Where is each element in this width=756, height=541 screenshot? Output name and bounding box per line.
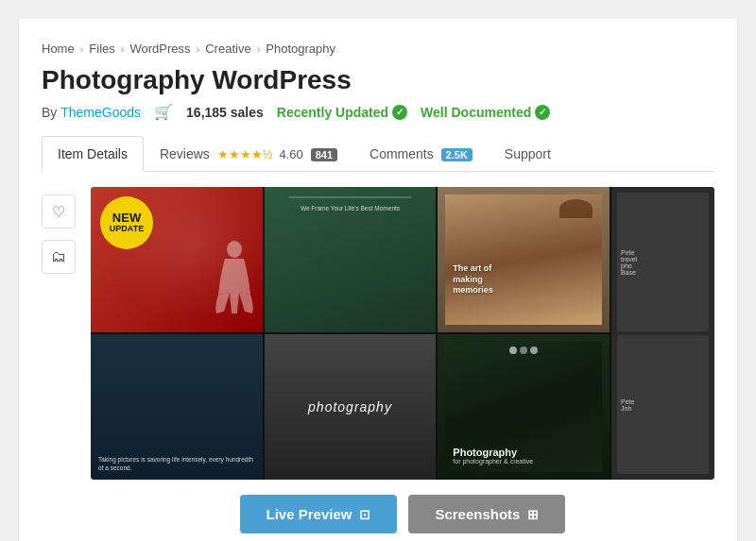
preview-image: NEW UPDATE bbox=[91, 187, 714, 480]
tab-reviews[interactable]: Reviews ★★★★½ 4.60 841 bbox=[144, 136, 353, 172]
breadcrumb-sep-1: › bbox=[80, 43, 84, 55]
documented-check-icon: ✓ bbox=[535, 105, 550, 120]
breadcrumb-sep-3: › bbox=[197, 43, 200, 55]
breadcrumb-sep-2: › bbox=[121, 43, 125, 55]
folder-icon: 🗂 bbox=[51, 248, 66, 265]
preview-container: NEW UPDATE bbox=[91, 187, 714, 533]
side-item-2: Pete Joh bbox=[617, 335, 709, 474]
breadcrumb: Home › Files › WordPress › Creative › Ph… bbox=[42, 42, 714, 56]
meta-row: By ThemeGoods 🛒 16,185 sales Recently Up… bbox=[42, 103, 714, 121]
photography-text: photography bbox=[308, 399, 392, 414]
collage-cell-2: We Frame Your Life's Best Moments bbox=[265, 187, 437, 332]
content-area: ♡ 🗂 NEW UPDATE bbox=[42, 187, 714, 533]
page-wrapper: Home › Files › WordPress › Creative › Ph… bbox=[19, 19, 737, 541]
side-item-1: Pete travel pho Base bbox=[617, 193, 709, 331]
collage: NEW UPDATE bbox=[91, 187, 714, 480]
cell2-text: We Frame Your Life's Best Moments bbox=[301, 204, 400, 212]
breadcrumb-wordpress[interactable]: WordPress bbox=[129, 42, 190, 56]
stars-icon: ★★★★½ bbox=[217, 147, 273, 161]
tab-comments[interactable]: Comments 2.5K bbox=[353, 136, 489, 172]
main-card: Home › Files › WordPress › Creative › Ph… bbox=[19, 19, 737, 541]
recently-check-icon: ✓ bbox=[392, 105, 407, 120]
bottom-sub-text: for photographer & creative bbox=[453, 458, 594, 465]
review-count-badge: 841 bbox=[311, 148, 337, 161]
badge-recently-updated: Recently Updated ✓ bbox=[277, 105, 407, 120]
cart-icon: 🛒 bbox=[154, 103, 173, 121]
tab-item-details[interactable]: Item Details bbox=[42, 136, 144, 172]
art-text: The art of making memories bbox=[453, 263, 493, 296]
breadcrumb-creative[interactable]: Creative bbox=[205, 42, 250, 56]
tabs-row: Item Details Reviews ★★★★½ 4.60 841 Comm… bbox=[42, 136, 714, 172]
bottom-text: Photography bbox=[453, 447, 594, 458]
silhouette-icon bbox=[211, 238, 258, 332]
breadcrumb-home[interactable]: Home bbox=[42, 42, 75, 56]
heart-icon: ♡ bbox=[52, 203, 65, 221]
page-title: Photography WordPress bbox=[42, 65, 714, 95]
breadcrumb-sep-4: › bbox=[257, 43, 261, 55]
action-buttons: Live Preview ⊡ Screenshots ⊞ bbox=[91, 495, 714, 533]
new-update-badge: NEW UPDATE bbox=[100, 196, 153, 249]
sales-count: 16,185 sales bbox=[186, 105, 264, 120]
author-link[interactable]: ThemeGoods bbox=[60, 105, 141, 120]
collage-cell-1: NEW UPDATE bbox=[91, 187, 263, 332]
screenshots-button[interactable]: Screenshots ⊞ bbox=[408, 495, 565, 533]
rating-value: 4.60 bbox=[279, 147, 302, 161]
collage-cell-7: Photography for photographer & creative bbox=[438, 334, 610, 480]
cell5-text: Taking pictures is savoring life intense… bbox=[98, 455, 255, 472]
breadcrumb-current: Photography bbox=[266, 42, 335, 56]
by-label: By ThemeGoods bbox=[42, 105, 141, 120]
live-preview-button[interactable]: Live Preview ⊡ bbox=[240, 495, 398, 533]
collage-cell-5: Taking pictures is savoring life intense… bbox=[91, 334, 263, 480]
image-icon: ⊞ bbox=[527, 507, 539, 522]
monitor-icon: ⊡ bbox=[359, 507, 370, 522]
collage-cell-4: Pete travel pho Base Pete Joh bbox=[611, 187, 714, 480]
favorite-button[interactable]: ♡ bbox=[42, 194, 76, 228]
breadcrumb-files[interactable]: Files bbox=[89, 42, 114, 56]
badge-well-documented: Well Documented ✓ bbox=[421, 105, 550, 120]
collection-button[interactable]: 🗂 bbox=[42, 240, 76, 274]
collage-cell-6: photography bbox=[265, 334, 437, 480]
tab-support[interactable]: Support bbox=[489, 136, 567, 172]
collage-cell-3: The art of making memories bbox=[438, 187, 610, 332]
comment-count-badge: 2.5K bbox=[441, 148, 472, 161]
sidebar-icons: ♡ 🗂 bbox=[42, 187, 76, 274]
svg-point-0 bbox=[227, 241, 242, 258]
